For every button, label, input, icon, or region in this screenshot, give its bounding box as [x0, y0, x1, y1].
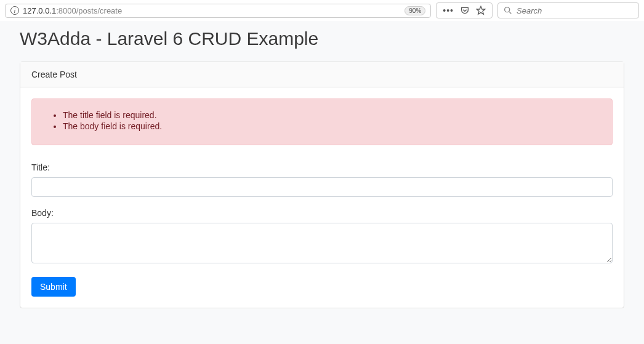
page-title: W3Adda - Laravel 6 CRUD Example — [20, 28, 624, 49]
title-input[interactable] — [31, 177, 613, 197]
form-group-body: Body: — [31, 208, 613, 266]
pocket-icon[interactable] — [460, 6, 470, 15]
card-header: Create Post — [20, 62, 624, 87]
svg-marker-0 — [477, 6, 485, 14]
body-label: Body: — [31, 208, 613, 218]
svg-line-2 — [509, 12, 511, 14]
error-item: The title field is required. — [63, 110, 600, 120]
body-textarea[interactable] — [31, 223, 613, 263]
toolbar-icons: ••• — [436, 2, 493, 18]
zoom-badge[interactable]: 90% — [405, 6, 425, 15]
search-icon — [503, 6, 513, 15]
url-text: 127.0.0.1:8000/posts/create — [23, 6, 401, 15]
form-group-title: Title: — [31, 162, 613, 197]
title-label: Title: — [31, 162, 613, 172]
card: Create Post The title field is required.… — [20, 62, 624, 308]
bookmark-star-icon[interactable] — [476, 6, 486, 15]
info-icon[interactable]: i — [10, 6, 19, 15]
error-alert: The title field is required. The body fi… — [31, 98, 613, 145]
error-list: The title field is required. The body fi… — [44, 110, 600, 131]
url-box[interactable]: i 127.0.0.1:8000/posts/create 90% — [5, 4, 431, 18]
url-host: 127.0.0.1 — [23, 6, 56, 15]
url-path: :8000/posts/create — [56, 6, 122, 15]
search-input[interactable] — [517, 6, 634, 15]
svg-point-1 — [505, 7, 510, 12]
submit-button[interactable]: Submit — [31, 277, 76, 297]
more-icon[interactable]: ••• — [443, 6, 454, 15]
error-item: The body field is required. — [63, 121, 600, 131]
card-body: The title field is required. The body fi… — [20, 87, 624, 308]
page-content: W3Adda - Laravel 6 CRUD Example Create P… — [0, 21, 644, 328]
browser-address-bar: i 127.0.0.1:8000/posts/create 90% ••• — [0, 0, 644, 21]
search-box[interactable] — [497, 2, 639, 18]
